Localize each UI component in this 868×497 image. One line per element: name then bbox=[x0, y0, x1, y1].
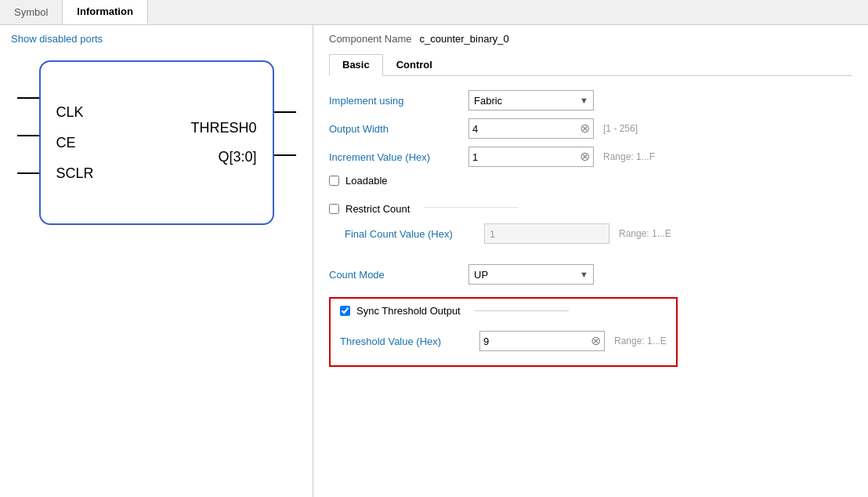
count-mode-dropdown[interactable]: UP ▼ bbox=[468, 264, 594, 285]
sync-threshold-label: Sync Threshold Output bbox=[356, 305, 461, 317]
loadable-checkbox[interactable] bbox=[329, 176, 339, 186]
threshold-value-row: Threshold Value (Hex) ⊗ Range: 1...E bbox=[340, 331, 667, 351]
loadable-row: Loadable bbox=[329, 175, 852, 187]
implement-using-row: Implement using Fabric ▼ bbox=[329, 90, 852, 111]
sub-tab-basic[interactable]: Basic bbox=[329, 54, 383, 76]
implement-using-dropdown[interactable]: Fabric ▼ bbox=[468, 90, 594, 111]
threshold-value-clear[interactable]: ⊗ bbox=[591, 335, 601, 347]
restrict-count-row: Restrict Count bbox=[329, 202, 852, 216]
show-disabled-ports[interactable]: Show disabled ports bbox=[11, 33, 302, 45]
sync-threshold-section: Sync Threshold Output Threshold Value (H… bbox=[329, 297, 678, 367]
count-mode-label: Count Mode bbox=[329, 269, 462, 281]
output-width-row: Output Width ⊗ [1 - 256] bbox=[329, 118, 852, 139]
output-width-hint: [1 - 256] bbox=[603, 123, 638, 134]
top-tab-bar: Symbol Information bbox=[0, 0, 868, 25]
right-panel: Component Name c_counter_binary_0 Basic … bbox=[313, 25, 868, 497]
component-symbol-box: CLK CE SCLR THRESH0 Q[3:0] bbox=[39, 60, 274, 225]
count-mode-row: Count Mode UP ▼ bbox=[329, 264, 852, 285]
port-thresh0: THRESH0 bbox=[190, 120, 256, 136]
tab-symbol[interactable]: Symbol bbox=[0, 0, 63, 24]
implement-using-chevron: ▼ bbox=[580, 96, 588, 105]
main-layout: Show disabled ports CLK CE SCLR T bbox=[0, 25, 868, 497]
sub-tab-control[interactable]: Control bbox=[383, 54, 446, 75]
restrict-count-label: Restrict Count bbox=[345, 203, 410, 215]
increment-value-clear[interactable]: ⊗ bbox=[580, 151, 590, 163]
loadable-label: Loadable bbox=[345, 175, 388, 187]
threshold-value-input-wrapper: ⊗ bbox=[479, 331, 605, 351]
increment-value-row: Increment Value (Hex) ⊗ Range: 1...F bbox=[329, 147, 852, 167]
sync-threshold-row: Sync Threshold Output bbox=[340, 305, 667, 317]
symbol-container: CLK CE SCLR THRESH0 Q[3:0] bbox=[11, 60, 302, 225]
port-sclr: SCLR bbox=[56, 165, 94, 182]
sync-threshold-checkbox[interactable] bbox=[340, 306, 350, 316]
increment-value-input[interactable] bbox=[472, 151, 580, 163]
form-section: Implement using Fabric ▼ Output Width ⊗ … bbox=[329, 87, 852, 370]
threshold-value-label: Threshold Value (Hex) bbox=[340, 336, 473, 347]
threshold-value-input[interactable] bbox=[483, 336, 591, 347]
output-width-clear[interactable]: ⊗ bbox=[580, 122, 590, 135]
port-clk: CLK bbox=[56, 104, 94, 121]
component-name-row: Component Name c_counter_binary_0 bbox=[329, 33, 852, 45]
final-count-hint: Range: 1...E bbox=[619, 228, 671, 239]
left-panel: Show disabled ports CLK CE SCLR T bbox=[0, 25, 313, 497]
final-count-row: Final Count Value (Hex) 1 Range: 1...E bbox=[345, 223, 852, 244]
ports-right: THRESH0 Q[3:0] bbox=[190, 120, 256, 165]
restrict-count-checkbox[interactable] bbox=[329, 204, 339, 214]
component-name-value: c_counter_binary_0 bbox=[420, 33, 509, 45]
ports-left: CLK CE SCLR bbox=[56, 104, 94, 182]
output-width-input[interactable] bbox=[472, 123, 580, 135]
output-width-input-wrapper: ⊗ bbox=[468, 118, 594, 139]
implement-using-label: Implement using bbox=[329, 95, 462, 107]
increment-value-input-wrapper: ⊗ bbox=[468, 147, 594, 167]
component-name-label: Component Name bbox=[329, 33, 412, 45]
count-mode-chevron: ▼ bbox=[580, 270, 588, 279]
tab-information[interactable]: Information bbox=[63, 0, 148, 24]
final-count-label: Final Count Value (Hex) bbox=[345, 228, 478, 240]
output-width-label: Output Width bbox=[329, 123, 462, 135]
sub-tabs: Basic Control bbox=[329, 54, 852, 76]
increment-value-hint: Range: 1...F bbox=[603, 151, 655, 162]
final-count-input: 1 bbox=[484, 223, 609, 244]
port-ce: CE bbox=[56, 135, 94, 151]
threshold-value-hint: Range: 1...E bbox=[614, 336, 667, 346]
increment-value-label: Increment Value (Hex) bbox=[329, 151, 462, 163]
port-q: Q[3:0] bbox=[218, 149, 256, 165]
